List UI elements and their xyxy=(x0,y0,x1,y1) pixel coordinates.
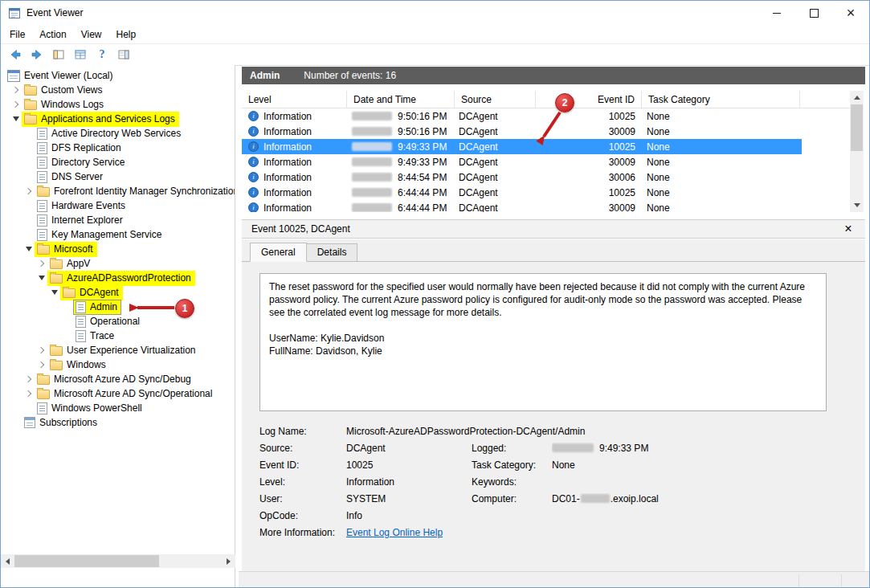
event-row[interactable]: Information9:50:16 PMDCAgent10025None xyxy=(242,108,802,124)
tree-item-applications-and-services-logs[interactable]: Applications and Services Logs xyxy=(1,112,235,126)
tree-item-microsoft[interactable]: Microsoft xyxy=(1,242,235,256)
tree-item-label: Admin xyxy=(90,301,117,312)
folder-icon xyxy=(24,100,37,110)
action-pane-button[interactable] xyxy=(114,46,133,63)
event-log-icon xyxy=(37,214,47,227)
opcode-label: OpCode: xyxy=(259,510,346,521)
vertical-scroll-thumb[interactable] xyxy=(851,104,863,151)
folder-icon xyxy=(50,259,63,269)
tree-item-active-directory-web-services[interactable]: Active Directory Web Services xyxy=(1,126,235,141)
column-header-level[interactable]: Level xyxy=(242,91,347,108)
event-row[interactable]: Information9:50:16 PMDCAgent30009None xyxy=(242,124,802,139)
event-row[interactable]: Information6:44:44 PMDCAgent30009None xyxy=(242,200,802,212)
table-icon xyxy=(74,48,87,61)
event-row-selected[interactable]: Information9:49:33 PMDCAgent10025None xyxy=(242,139,802,154)
event-row[interactable]: Information9:49:33 PMDCAgent30009None xyxy=(242,154,802,169)
tree-item-operational[interactable]: Operational xyxy=(1,314,235,329)
tree-item-user-experience-virtualization[interactable]: User Experience Virtualization xyxy=(1,343,235,357)
chevron-down-icon[interactable] xyxy=(36,272,47,284)
tree-item-forefront-identity-manager-synchronization[interactable]: Forefront Identity Manager Synchronizati… xyxy=(1,184,235,198)
tree-item-subscriptions[interactable]: Subscriptions xyxy=(1,415,235,430)
scroll-right-arrow[interactable] xyxy=(222,554,235,568)
chevron-down-icon[interactable] xyxy=(49,287,60,298)
chevron-spacer xyxy=(62,330,73,341)
tree-item-dcagent[interactable]: DCAgent xyxy=(1,285,235,300)
scroll-left-arrow[interactable] xyxy=(1,554,14,568)
tree-item-custom-views[interactable]: Custom Views xyxy=(1,83,235,97)
tree-item-trace[interactable]: Trace xyxy=(1,329,235,343)
tree-item-windows-logs[interactable]: Windows Logs xyxy=(1,97,235,112)
tree-item-event-viewer-local[interactable]: Event Viewer (Local) xyxy=(1,68,235,83)
event-list-scrollbar[interactable] xyxy=(850,91,864,212)
logged-value: 9:49:33 PM xyxy=(552,443,831,454)
maximize-button[interactable] xyxy=(795,1,832,25)
tree-item-windows-powershell[interactable]: Windows PowerShell xyxy=(1,401,235,415)
tree-item-microsoft-azure-ad-sync-operational[interactable]: Microsoft Azure AD Sync/Operational xyxy=(1,386,235,401)
tree-item-admin[interactable]: Admin xyxy=(1,300,235,314)
menu-bar: File Action View Help xyxy=(1,25,869,44)
tree-item-internet-explorer[interactable]: Internet Explorer xyxy=(1,213,235,227)
event-row[interactable]: Information6:44:44 PMDCAgent10025None xyxy=(242,185,802,200)
forward-button[interactable] xyxy=(27,46,47,63)
detail-close-icon[interactable] xyxy=(841,223,856,235)
redacted-date xyxy=(352,157,392,166)
back-button[interactable] xyxy=(6,46,25,63)
back-arrow-icon xyxy=(9,48,22,61)
tree-item-windows[interactable]: Windows xyxy=(1,357,235,372)
tree-item-microsoft-azure-ad-sync-debug[interactable]: Microsoft Azure AD Sync/Debug xyxy=(1,372,235,386)
tree-item-key-management-service[interactable]: Key Management Service xyxy=(1,227,235,242)
chevron-right-icon[interactable] xyxy=(10,84,22,96)
chevron-right-icon[interactable] xyxy=(23,186,35,197)
tab-details[interactable]: Details xyxy=(307,243,358,262)
tree-item-label: Trace xyxy=(90,330,114,341)
tree-item-label: Hardware Events xyxy=(51,200,125,211)
event-log-online-help-link[interactable]: Event Log Online Help xyxy=(346,527,443,538)
menu-help[interactable]: Help xyxy=(109,25,144,43)
tree-horizontal-scrollbar[interactable] xyxy=(1,554,235,568)
menu-action[interactable]: Action xyxy=(32,25,73,43)
console-tree-button[interactable] xyxy=(49,46,68,63)
event-properties: Log Name: Microsoft-AzureADPasswordProte… xyxy=(259,423,831,541)
close-button[interactable] xyxy=(832,1,869,25)
column-header-filler xyxy=(800,91,850,108)
table-view-button[interactable] xyxy=(71,46,90,63)
tree-item-azureadpasswordprotection[interactable]: AzureADPasswordProtection xyxy=(1,271,235,285)
information-icon xyxy=(248,111,259,121)
menu-file[interactable]: File xyxy=(2,25,32,43)
chevron-right-icon[interactable] xyxy=(36,345,47,356)
forward-arrow-icon xyxy=(31,48,43,61)
divider xyxy=(799,574,799,586)
column-header-task-category[interactable]: Task Category xyxy=(642,91,800,108)
console-tree-pane: Event Viewer (Local) Custom Views Window… xyxy=(1,65,235,588)
information-icon xyxy=(248,202,259,212)
column-header-source[interactable]: Source xyxy=(455,91,536,108)
tab-general[interactable]: General xyxy=(250,243,307,262)
tree-item-dfs-replication[interactable]: DFS Replication xyxy=(1,141,235,155)
scroll-down-arrow[interactable] xyxy=(850,198,864,212)
chevron-right-icon[interactable] xyxy=(10,99,22,110)
chevron-right-icon[interactable] xyxy=(36,258,47,269)
minimize-icon xyxy=(773,13,781,14)
chevron-spacer xyxy=(23,157,35,168)
tree-item-dns-server[interactable]: DNS Server xyxy=(1,169,235,184)
column-header-date-and-time[interactable]: Date and Time xyxy=(347,91,455,108)
minimize-button[interactable] xyxy=(758,1,795,25)
action-pane-icon xyxy=(117,48,130,61)
horizontal-scroll-thumb[interactable] xyxy=(14,555,159,567)
column-header-event-id[interactable]: Event ID xyxy=(536,91,642,108)
menu-view[interactable]: View xyxy=(74,25,109,43)
scroll-up-arrow[interactable] xyxy=(850,91,864,104)
tree-item-appv[interactable]: AppV xyxy=(1,256,235,271)
chevron-right-icon[interactable] xyxy=(36,359,47,370)
event-log-icon xyxy=(76,316,86,328)
chevron-right-icon[interactable] xyxy=(23,388,35,399)
tree-item-label: DNS Server xyxy=(51,171,103,182)
help-button[interactable]: ? xyxy=(92,46,112,63)
tree-item-directory-service[interactable]: Directory Service xyxy=(1,155,235,169)
tree-item-hardware-events[interactable]: Hardware Events xyxy=(1,198,235,213)
event-row[interactable]: Information8:44:54 PMDCAgent30006None xyxy=(242,169,802,185)
chevron-down-icon[interactable] xyxy=(23,243,35,255)
maximize-icon xyxy=(810,9,819,18)
chevron-down-icon[interactable] xyxy=(10,113,22,125)
chevron-right-icon[interactable] xyxy=(23,374,35,385)
